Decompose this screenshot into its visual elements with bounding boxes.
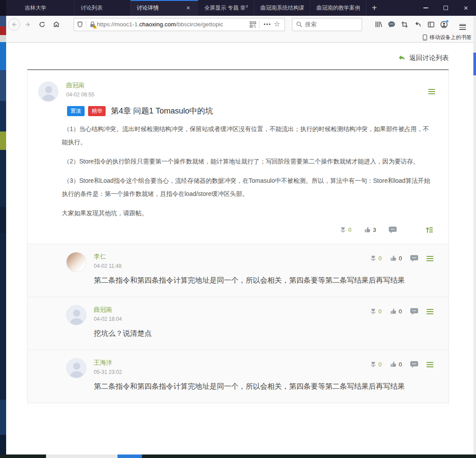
default-avatar-icon <box>67 359 86 378</box>
bookmarks-bar: 移动设备上的书签 <box>6 33 476 43</box>
post-menu-icon[interactable] <box>428 88 435 96</box>
search-bar[interactable] <box>292 18 362 31</box>
thumbs-up-icon <box>390 308 397 315</box>
library-button[interactable] <box>372 18 385 31</box>
tracking-shield-icon <box>77 21 83 28</box>
flower-button[interactable]: 0 <box>369 308 382 315</box>
reply-actions: 0 0 <box>362 255 433 263</box>
flower-icon <box>369 361 377 368</box>
tab-course-structure[interactable]: 曲冠南系统结构课程教 <box>254 0 310 16</box>
tab-discussion-list[interactable]: 讨论列表 <box>75 0 131 16</box>
tab-jilin-university[interactable]: 吉林大学 <box>18 0 75 16</box>
home-button[interactable] <box>50 18 62 31</box>
reply-date: 05-31 23:02 <box>94 369 433 375</box>
flower-button[interactable]: 0 <box>339 226 352 234</box>
post-paragraph: （3）Store和Load指令这个组合要当心，流经存储器的数据冲突，在Tomas… <box>62 174 433 200</box>
like-count: 3 <box>373 227 376 233</box>
tab-teaching-case[interactable]: 曲冠南的教学案例 <box>310 0 366 16</box>
like-button[interactable]: 0 <box>390 361 402 368</box>
back-to-discussion-list-link[interactable]: 返回讨论列表 <box>398 54 449 62</box>
page-actions-icon[interactable]: ••• <box>264 21 271 28</box>
reply-menu-icon[interactable] <box>426 255 433 263</box>
reply-date: 04-02 11:48 <box>94 263 433 269</box>
screenshot-button[interactable] <box>398 18 411 31</box>
window-controls: ✕ <box>416 0 476 16</box>
reply-arrow-icon <box>398 54 406 62</box>
comment-icon <box>410 255 419 262</box>
flower-button[interactable]: 0 <box>369 361 382 368</box>
bookmark-star-icon[interactable]: ☆ <box>274 20 280 28</box>
url-text: https://mooc1-1.chaoxing.com/bbscircle/g… <box>97 21 249 28</box>
mobile-phone-icon <box>422 34 428 41</box>
post-title: 第4章 问题1 Tomasulo中的坑 <box>111 106 213 116</box>
hamburger-icon <box>459 24 466 25</box>
main-post: 曲冠南 04-02 06:55 置顶 精华 第4章 问题1 Tomasulo中的… <box>28 70 448 244</box>
avatar[interactable] <box>66 252 86 272</box>
qr-code-icon[interactable] <box>249 21 256 28</box>
background-window-sliver-left <box>0 0 6 458</box>
tab-bar: 吉林大学 讨论列表 讨论详情 ✕ 全屏显示 专题 章节 曲冠南系统结构课程教 曲… <box>6 0 476 16</box>
collapse-replies-button[interactable] <box>425 226 433 234</box>
new-tab-button[interactable]: + <box>366 0 382 16</box>
insecure-lock-icon[interactable] <box>89 21 96 28</box>
like-button[interactable]: 0 <box>390 255 402 262</box>
search-input[interactable] <box>305 21 349 28</box>
default-avatar-icon <box>39 82 58 102</box>
avatar[interactable] <box>66 358 86 378</box>
thumbs-up-icon <box>364 226 371 234</box>
toolbar-icons <box>372 18 469 31</box>
comment-button[interactable] <box>410 308 419 315</box>
browser-window: 吉林大学 讨论列表 讨论详情 ✕ 全屏显示 专题 章节 曲冠南系统结构课程教 曲… <box>6 0 476 454</box>
tab-fullscreen-chapter[interactable]: 全屏显示 专题 章节 <box>198 0 254 16</box>
flower-count: 0 <box>348 227 352 233</box>
like-button[interactable]: 0 <box>390 308 402 315</box>
undo-button[interactable] <box>411 18 424 31</box>
maximize-button[interactable] <box>436 0 456 16</box>
post-paragraph: 大家如果发现其他坑，请跟帖。 <box>62 206 433 220</box>
default-avatar-icon <box>67 305 86 325</box>
reload-button[interactable] <box>36 18 48 31</box>
library-icon <box>375 21 382 28</box>
reply-date: 04-02 18:04 <box>94 316 433 322</box>
like-button[interactable]: 3 <box>364 226 376 234</box>
reply-content: 第二条指令和第四条指令计算完地址是同一个，所以会相关，第四条要等第二条写结果后再… <box>94 275 433 285</box>
post-author[interactable]: 曲冠南 <box>66 82 433 89</box>
menu-button[interactable] <box>456 18 469 31</box>
like-count: 0 <box>399 255 402 262</box>
avatar[interactable] <box>38 82 58 102</box>
chat-bubble-icon <box>387 21 396 28</box>
account-notification-dot <box>446 20 449 23</box>
tab-discussion-detail[interactable]: 讨论详情 ✕ <box>131 0 198 16</box>
search-icon <box>296 21 302 28</box>
post-actions: 0 3 <box>62 226 433 234</box>
comment-button[interactable] <box>410 255 419 262</box>
account-button[interactable] <box>437 18 451 31</box>
reply-content: 挖坑么？说清楚点 <box>94 328 433 338</box>
forward-icon <box>25 21 32 28</box>
reload-icon <box>39 21 46 28</box>
comment-button[interactable] <box>388 226 397 234</box>
minimize-button[interactable] <box>416 0 436 16</box>
forward-button[interactable] <box>22 18 34 31</box>
sidebar-button[interactable] <box>424 18 437 31</box>
sidebar-icon <box>427 21 435 28</box>
close-button[interactable]: ✕ <box>456 0 476 16</box>
avatar[interactable] <box>66 305 86 325</box>
post-body: （1）当心结构冲突。流出时候检测结构冲突，保留站或者缓冲区没有位置，不能流出；执… <box>62 122 433 220</box>
flower-button[interactable]: 0 <box>369 255 382 262</box>
flower-count: 0 <box>379 308 382 315</box>
messenger-button[interactable] <box>385 18 398 31</box>
flower-count: 0 <box>379 361 382 368</box>
url-bar[interactable]: https://mooc1-1.chaoxing.com/bbscircle/g… <box>74 18 285 31</box>
undo-arrow-icon <box>414 21 422 28</box>
reply-menu-icon[interactable] <box>426 308 433 316</box>
mobile-bookmarks-folder[interactable]: 移动设备上的书签 <box>422 34 472 41</box>
back-button[interactable] <box>8 18 20 31</box>
tab-close-icon[interactable]: ✕ <box>185 4 192 12</box>
thumbs-up-icon <box>390 255 397 262</box>
taskbar-sliver <box>0 454 476 458</box>
featured-badge: 精华 <box>88 106 106 116</box>
reply-menu-icon[interactable] <box>426 361 433 369</box>
home-icon <box>53 21 60 28</box>
comment-button[interactable] <box>410 361 419 368</box>
